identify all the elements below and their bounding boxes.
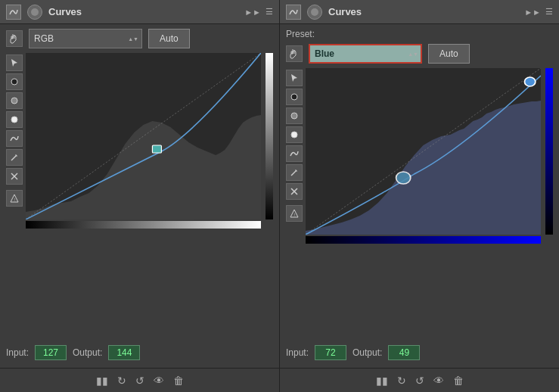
curve-canvas-wrapper [26,53,261,338]
trash-icon[interactable]: 🗑 [173,375,184,387]
right-channel-row: Blue RGB Red Green Auto [286,44,553,64]
y-axis-wrapper [264,53,273,338]
right-mask-icon [307,5,322,20]
right-tools-sidebar: ! [286,68,303,338]
tools-sidebar: ! [6,53,23,338]
svg-point-0 [11,79,17,85]
curves-main-area: ! [6,53,273,338]
right-trash-icon[interactable]: 🗑 [453,375,464,387]
svg-text:!: ! [14,198,15,202]
right-reset-tool[interactable] [286,183,303,200]
right-curve-canvas-wrapper [306,68,541,338]
channel-row: RGB Red Green Blue Auto [6,29,273,48]
right-x-gradient [306,236,541,244]
svg-point-23 [524,77,535,86]
output-value[interactable]: 144 [108,345,140,360]
eyedropper-light[interactable] [6,111,23,128]
right-auto-button[interactable]: Auto [428,44,470,64]
svg-rect-11 [152,145,161,153]
input-label: Input: [6,347,29,358]
blue-channel-select-wrapper[interactable]: Blue RGB Red Green [309,44,422,64]
smooth-tool[interactable] [6,130,23,147]
right-undo-icon[interactable]: ↺ [415,375,424,387]
right-curves-main: ! [286,68,553,338]
pointer-tool[interactable] [6,54,23,71]
right-eye-icon[interactable]: 👁 [433,375,444,387]
svg-point-13 [291,113,297,119]
histogram-svg [26,53,261,219]
eyedropper-mid[interactable] [6,92,23,109]
right-panel-content: Preset: Blue RGB Red Green Auto [280,24,559,368]
right-output-label: Output: [352,347,382,358]
add-layer-icon[interactable]: ▮▮ [96,375,108,387]
left-panel-content: RGB Red Green Blue Auto [0,24,279,368]
right-y-axis-gradient [545,68,553,235]
right-input-label: Input: [286,347,309,358]
svg-point-24 [396,172,411,184]
left-panel: Curves ►► ☰ RGB Red Green Blue Auto [0,0,280,392]
right-eyedropper-light[interactable] [286,126,303,143]
svg-text:!: ! [294,213,295,217]
curve-canvas[interactable] [26,53,261,219]
y-axis-gradient [266,53,273,219]
right-pointer-tool[interactable] [286,70,303,86]
input-value[interactable]: 127 [35,345,67,360]
hand-tool[interactable] [6,30,23,47]
preset-row: Preset: [286,29,553,39]
expand-icon[interactable]: ►► [244,8,261,17]
svg-point-1 [11,98,17,104]
right-panel: Curves ►► ☰ Preset: Blue RGB Red Green [280,0,559,392]
channel-select-wrapper[interactable]: RGB Red Green Blue [29,29,142,48]
right-expand-icon[interactable]: ►► [524,8,541,17]
curves-adjustment-icon [6,5,21,20]
svg-line-15 [291,171,296,176]
right-histogram-svg [306,68,541,235]
pencil-tool[interactable] [6,149,23,166]
right-curve-canvas[interactable] [306,68,541,235]
right-eyedropper-shadow[interactable] [286,89,303,105]
undo-icon[interactable]: ↺ [135,375,144,387]
auto-button[interactable]: Auto [148,29,190,48]
right-smooth-tool[interactable] [286,145,303,162]
mask-icon [27,5,42,20]
output-label: Output: [73,347,102,358]
svg-point-12 [291,94,297,100]
reset-tool[interactable] [6,168,23,185]
preset-label: Preset: [286,29,315,39]
visibility-icon[interactable]: ↻ [117,375,126,387]
right-output-value[interactable]: 49 [388,345,420,360]
header-icons: ►► ☰ [244,7,273,17]
left-panel-header: Curves ►► ☰ [0,0,279,24]
right-header-icons: ►► ☰ [524,7,553,17]
svg-line-3 [11,156,16,160]
right-menu-icon[interactable]: ☰ [545,7,553,17]
right-curves-icon [286,5,301,20]
right-input-value[interactable]: 72 [315,345,346,360]
left-panel-title: Curves [48,6,82,17]
channel-select[interactable]: RGB Red Green Blue [29,29,142,48]
right-visibility-icon[interactable]: ↻ [397,375,406,387]
svg-point-2 [11,117,17,123]
left-bottom-toolbar: ▮▮ ↻ ↺ 👁 🗑 [0,368,279,392]
right-input-output-row: Input: 72 Output: 49 [286,342,553,363]
input-output-row: Input: 127 Output: 144 [6,342,273,363]
right-warning-tool[interactable]: ! [286,205,303,222]
eyedropper-shadow[interactable] [6,73,23,90]
right-bottom-toolbar: ▮▮ ↻ ↺ 👁 🗑 [280,368,559,392]
right-hand-tool[interactable] [286,45,303,62]
right-panel-header: Curves ►► ☰ [280,0,559,24]
svg-point-14 [291,132,297,138]
right-y-axis-wrapper [544,68,553,338]
warning-tool[interactable]: ! [6,190,23,207]
blue-channel-select[interactable]: Blue RGB Red Green [309,44,422,64]
right-eyedropper-mid[interactable] [286,107,303,124]
eye-icon[interactable]: 👁 [154,375,164,387]
menu-icon[interactable]: ☰ [266,7,273,17]
right-panel-title: Curves [328,6,362,17]
right-pencil-tool[interactable] [286,164,303,181]
right-add-layer-icon[interactable]: ▮▮ [376,375,388,387]
x-axis-gradient [26,221,261,229]
